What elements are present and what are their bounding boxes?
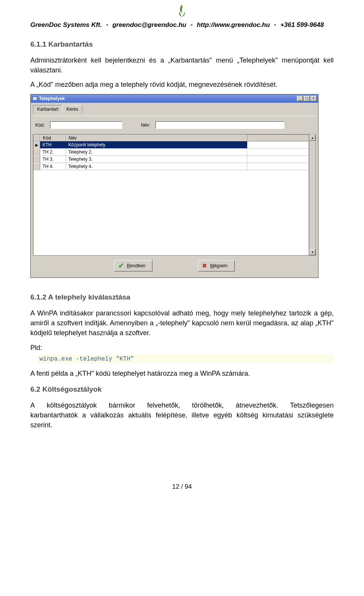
section-6-2-title: 6.2 Költségosztályok — [30, 385, 334, 394]
section-6-1-2-para1: A WinPA indításakor parancssori kapcsoló… — [30, 308, 334, 338]
header-url: http://www.greendoc.hu — [197, 21, 270, 28]
minimize-button[interactable]: _ — [297, 96, 303, 101]
cell-nev: Telephely 2. — [66, 149, 247, 155]
close-button[interactable]: × — [311, 96, 317, 101]
row-marker: ▶ — [33, 141, 40, 148]
nev-label: Név: — [141, 122, 151, 128]
section-6-2-para: Aköltségosztályokbármikorfelvehetők,törö… — [30, 400, 334, 430]
window-icon — [32, 96, 38, 101]
row-marker — [33, 156, 40, 163]
page-number: 12 / 94 — [30, 483, 334, 491]
cell-nev: Telephely 4. — [66, 163, 247, 170]
telephely-grid[interactable]: Kód Név ▶KTHKözponti telephelyTH 2.Telep… — [33, 134, 309, 256]
grid-header-kod[interactable]: Kód — [40, 135, 66, 141]
tab-karbantart[interactable]: Karbantart — [33, 105, 63, 113]
table-row[interactable]: TH 3.Telephely 3. — [33, 156, 309, 163]
tab-keres[interactable]: Keres — [62, 105, 82, 113]
cross-icon: ✖ — [202, 262, 207, 269]
header-email: greendoc@greendoc.hu — [112, 21, 186, 28]
cell-nev: Központi telephely — [66, 141, 247, 148]
scroll-up-icon[interactable]: ▴ — [309, 135, 315, 141]
kod-label: Kód: — [35, 122, 45, 128]
cell-nev: Telephely 3. — [66, 156, 247, 163]
table-row[interactable]: TH 4.Telephely 4. — [33, 163, 309, 170]
header-phone: +361 599-9648 — [280, 21, 324, 28]
row-marker — [33, 163, 40, 170]
nev-input[interactable] — [155, 121, 284, 129]
maximize-button[interactable]: □ — [304, 96, 310, 101]
section-6-1-2-para2: A fenti példa a „KTH" kódú telephelyet h… — [30, 369, 334, 378]
cell-kod: TH 3. — [40, 156, 66, 163]
cell-kod: TH 2. — [40, 149, 66, 155]
kod-input[interactable] — [50, 121, 122, 129]
page-header: GreenDoc Systems Kft. • greendoc@greendo… — [30, 21, 334, 29]
section-6-1-1-title: 6.1.1 Karbantartás — [30, 40, 334, 49]
check-icon: ✔ — [118, 262, 124, 270]
scroll-down-icon[interactable]: ▾ — [309, 249, 315, 255]
table-row[interactable]: ▶KTHKözponti telephely — [33, 141, 309, 149]
section-6-1-1-para1: Adminisztrátorként kell bejelentkezni és… — [30, 55, 334, 75]
table-row[interactable]: TH 2.Telephely 2. — [33, 149, 309, 156]
header-company: GreenDoc Systems Kft. — [30, 21, 102, 28]
code-example: winpa.exe -telephely "KTH" — [38, 355, 334, 363]
ok-button[interactable]: ✔ Rendben — [114, 260, 153, 271]
vertical-scrollbar[interactable]: ▴ ▾ — [309, 134, 316, 256]
row-marker — [33, 149, 40, 155]
cell-kod: TH 4. — [40, 163, 66, 170]
window-title: Telephelyek — [39, 96, 65, 101]
section-6-1-2-title: 6.1.2 A telephely kiválasztása — [30, 293, 334, 301]
logo — [30, 4, 334, 19]
grid-header-nev[interactable]: Név — [66, 135, 247, 141]
telephelyek-window: Telephelyek _ □ × Karbantart Keres Kód: … — [30, 94, 318, 278]
cell-kod: KTH — [40, 141, 66, 148]
pld-label: Pld: — [30, 343, 334, 353]
svg-rect-0 — [33, 97, 37, 100]
section-6-1-1-para2: A „Kód" mezőben adja meg a telephely röv… — [30, 80, 334, 89]
window-titlebar[interactable]: Telephelyek _ □ × — [31, 94, 318, 103]
cancel-button[interactable]: ✖ Mégsem — [198, 260, 235, 271]
